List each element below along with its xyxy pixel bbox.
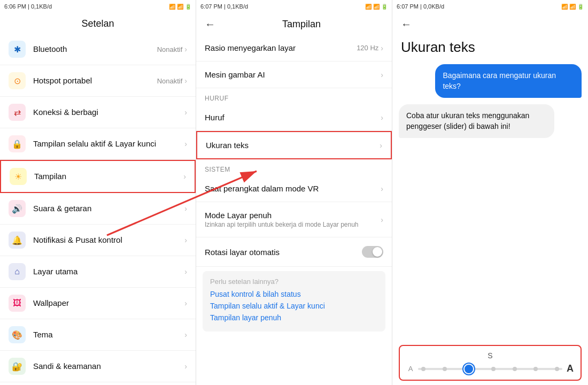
tampilan-aktif-label: Tampilan selalu aktif & Layar kunci <box>33 138 184 149</box>
rasio-chevron: › <box>381 44 383 52</box>
huruf-label: Huruf <box>205 113 381 122</box>
ukuran-teks-label: Ukuran teks <box>206 141 380 150</box>
lock-icon: 🔒 <box>9 135 26 152</box>
huruf-chevron: › <box>381 113 383 122</box>
panel1-title: Setelan <box>9 18 187 29</box>
display-item-layar-penuh[interactable]: Mode Layar penuh Izinkan api terpilih un… <box>196 202 392 237</box>
wallpaper-icon: 🖼 <box>9 295 26 312</box>
panel2-back-button[interactable]: ← <box>205 18 215 30</box>
vr-chevron: › <box>381 184 383 193</box>
bluetooth-icon: ✱ <box>9 41 26 58</box>
panel3-back-button[interactable]: ← <box>401 18 412 30</box>
settings-item-layar[interactable]: ⌂ Layar utama › <box>0 256 196 288</box>
bluetooth-chevron: › <box>184 45 187 53</box>
panel-setelan: 6:06 PM | 0,1KB/d 📶 📶 🔋 Setelan ✱ Blueto… <box>0 0 196 385</box>
display-item-rasio[interactable]: Rasio menyegarkan layar 120 Hz › <box>196 35 392 61</box>
slider-panel: S A A <box>399 345 582 381</box>
home-icon: ⌂ <box>9 263 26 280</box>
rasio-value: 120 Hz <box>357 44 378 52</box>
settings-item-bluetooth[interactable]: ✱ Bluetooth Nonaktif › <box>0 34 196 65</box>
chat-bubble-bot: Coba atur ukuran teks menggunakan pengge… <box>399 104 554 138</box>
need-more-title: Perlu setelan lainnya? <box>210 278 378 286</box>
settings-item-wallpaper[interactable]: 🖼 Wallpaper › <box>0 288 196 319</box>
tampilan-label: Tampilan <box>34 171 183 182</box>
layar-penuh-sub: Izinkan api terpilih untuk bekerja di mo… <box>205 221 381 228</box>
settings-item-tema[interactable]: 🎨 Tema › <box>0 319 196 351</box>
settings-item-notifikasi[interactable]: 🔔 Notifikasi & Pusat kontrol › <box>0 225 196 256</box>
panel2-header: ← Tampilan <box>196 13 392 35</box>
bell-icon: 🔔 <box>9 232 26 249</box>
section-sistem: SISTEM <box>196 159 392 175</box>
rasio-label: Rasio menyegarkan layar <box>205 43 357 52</box>
sandi-chevron: › <box>184 362 187 371</box>
settings-item-tampilan[interactable]: ☀ Tampilan › <box>0 160 196 193</box>
panel1-header: Setelan <box>0 13 196 34</box>
display-item-ukuran-teks[interactable]: Ukuran teks › <box>196 131 392 159</box>
slider-dot-5 <box>513 367 517 371</box>
status-icons-3: 📶 📶 🔋 <box>561 4 584 10</box>
need-more-link-1[interactable]: Pusat kontrol & bilah status <box>210 290 378 298</box>
slider-track[interactable] <box>418 368 562 370</box>
status-bar-2: 6:07 PM | 0,1KB/d 📶 📶 🔋 <box>196 0 392 13</box>
display-item-mesin[interactable]: Mesin gambar AI › <box>196 61 392 88</box>
panel-tampilan: 6:07 PM | 0,1KB/d 📶 📶 🔋 ← Tampilan Rasio… <box>196 0 392 385</box>
mesin-chevron: › <box>381 71 383 79</box>
layar-chevron: › <box>184 267 187 276</box>
slider-right-label: A <box>567 363 573 374</box>
need-more-link-3[interactable]: Tampilan layar penuh <box>210 313 378 322</box>
slider-dot-6 <box>533 367 538 371</box>
need-more-link-2[interactable]: Tampilan selalu aktif & Layar kunci <box>210 302 378 310</box>
panel2-list: Rasio menyegarkan layar 120 Hz › Mesin g… <box>196 35 392 385</box>
notifikasi-label: Notifikasi & Pusat kontrol <box>33 235 184 245</box>
settings-item-koneksi[interactable]: ⇄ Koneksi & berbagi › <box>0 97 196 128</box>
slider-dot-4 <box>491 367 496 371</box>
slider-selected-label: S <box>407 351 573 360</box>
mesin-label: Mesin gambar AI <box>205 70 381 79</box>
layar-penuh-chevron: › <box>381 215 383 224</box>
suara-chevron: › <box>184 204 187 213</box>
panel2-title: Tampilan <box>220 19 383 30</box>
panel-ukuran-teks: 6:07 PM | 0,0KB/d 📶 📶 🔋 ← Ukuran teks Ba… <box>392 0 588 385</box>
panel3-header: ← <box>392 13 588 35</box>
rotasi-toggle[interactable] <box>362 246 383 258</box>
time-3: 6:07 PM | 0,0KB/d <box>397 3 444 10</box>
status-bar-3: 6:07 PM | 0,0KB/d 📶 📶 🔋 <box>392 0 588 13</box>
slider-left-label: A <box>407 365 414 373</box>
sandi-label: Sandi & keamanan <box>33 361 184 372</box>
speaker-icon: 🔊 <box>9 200 26 217</box>
layar-penuh-label: Mode Layar penuh <box>205 211 381 220</box>
status-icons-1: 📶 📶 🔋 <box>169 4 191 10</box>
bluetooth-value: Nonaktif <box>157 45 183 53</box>
bluetooth-label: Bluetooth <box>33 44 157 55</box>
display-item-huruf[interactable]: Huruf › <box>196 104 392 131</box>
settings-item-tampilan-aktif[interactable]: 🔒 Tampilan selalu aktif & Layar kunci › <box>0 128 196 160</box>
sun-icon: ☀ <box>10 168 27 185</box>
slider-row[interactable]: A A <box>407 363 573 374</box>
notifikasi-chevron: › <box>184 236 187 244</box>
status-icons-2: 📶 📶 🔋 <box>365 4 388 10</box>
tampilan-aktif-chevron: › <box>184 140 187 148</box>
chat-area: Bagaimana cara mengatur ukuran teks? Cob… <box>392 58 588 341</box>
hotspot-value: Nonaktif <box>157 77 183 85</box>
section-huruf: HURUF <box>196 88 392 104</box>
settings-item-sandi[interactable]: 🔐 Sandi & keamanan › <box>0 351 196 382</box>
panel3-big-title: Ukuran teks <box>392 35 588 58</box>
settings-item-suara[interactable]: 🔊 Suara & getaran › <box>0 193 196 225</box>
tema-chevron: › <box>184 330 187 339</box>
panel1-list: ✱ Bluetooth Nonaktif › ⊙ Hotspot portabe… <box>0 34 196 385</box>
slider-dot-2 <box>443 367 447 371</box>
hotspot-label: Hotspot portabel <box>33 75 157 86</box>
settings-item-perlindungan[interactable]: 🛡 Perlindungan privasi › <box>0 382 196 385</box>
koneksi-label: Koneksi & berbagi <box>33 107 184 118</box>
slider-dot-3-active <box>463 364 474 374</box>
chat-bubble-user: Bagaimana cara mengatur ukuran teks? <box>435 64 582 98</box>
display-item-rotasi[interactable]: Rotasi layar otomatis <box>196 237 392 267</box>
slider-dot-1 <box>421 367 425 371</box>
display-item-vr[interactable]: Saat perangkat dalam mode VR › <box>196 175 392 202</box>
settings-item-hotspot[interactable]: ⊙ Hotspot portabel Nonaktif › <box>0 65 196 97</box>
tampilan-chevron: › <box>183 172 186 181</box>
slider-dot-7 <box>555 367 559 371</box>
suara-label: Suara & getaran <box>33 203 184 214</box>
hotspot-icon: ⊙ <box>9 72 26 89</box>
time-1: 6:06 PM | 0,1KB/d <box>4 3 52 10</box>
